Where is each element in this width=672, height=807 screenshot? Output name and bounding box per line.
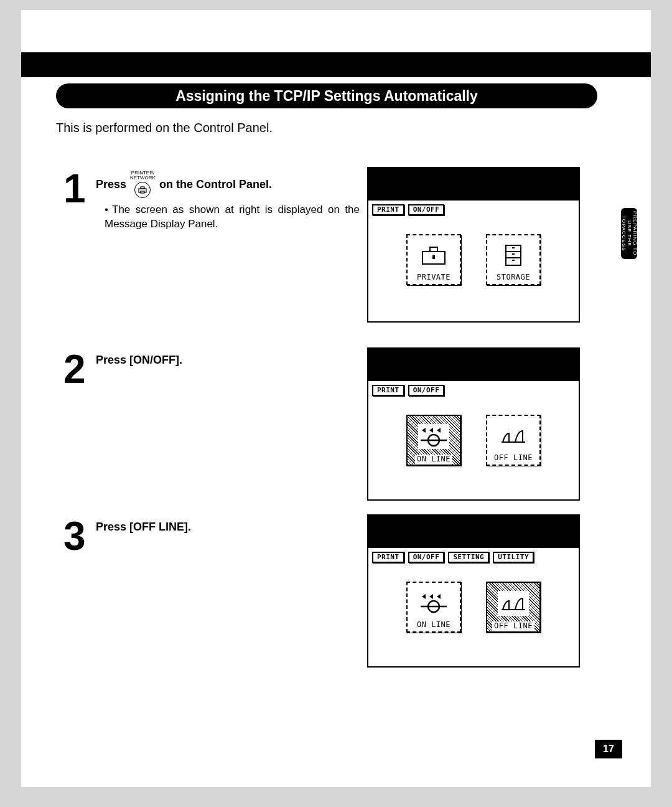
- offline-button[interactable]: OFF LINE: [486, 582, 541, 633]
- storage-label: STORAGE: [497, 273, 530, 284]
- offline-icon: [498, 418, 529, 453]
- panel-2-icons: ON LINE OFF LINE: [368, 415, 579, 466]
- step-1-body: •The screen as shown at right is display…: [105, 203, 360, 232]
- step-2-title: Press [ON/OFF].: [96, 354, 182, 367]
- offline-icon: [498, 585, 529, 621]
- svg-marker-21: [437, 594, 441, 599]
- panel-2-topbar: [368, 349, 579, 381]
- private-label: PRIVATE: [417, 273, 450, 284]
- offline-button[interactable]: OFF LINE: [486, 415, 541, 466]
- section-title-pill: Assigning the TCP/IP Settings Automatica…: [56, 83, 597, 108]
- step-number-3: 3: [63, 513, 86, 559]
- side-tab-label: PREPARING TO USE THE TOPACCESS: [621, 208, 637, 259]
- tab-onoff[interactable]: ON/OFF: [408, 385, 445, 396]
- svg-marker-19: [422, 594, 426, 599]
- panel-1-topbar: [368, 168, 579, 201]
- panel-1-icons: PRIVATE STORAGE: [368, 234, 579, 285]
- printer-network-button: PRINTER/ NETWORK: [130, 171, 156, 198]
- storage-icon: [501, 238, 526, 273]
- panel-3-topbar: [368, 516, 579, 548]
- online-button[interactable]: ON LINE: [406, 582, 461, 633]
- online-label: ON LINE: [417, 620, 450, 631]
- private-button[interactable]: PRIVATE: [406, 234, 461, 285]
- printer-icon: [134, 182, 151, 198]
- tab-print[interactable]: PRINT: [372, 552, 404, 563]
- svg-marker-20: [429, 594, 433, 599]
- page-number: 17: [595, 740, 622, 758]
- step-1-press-word: Press: [96, 178, 126, 191]
- online-icon: [418, 585, 449, 620]
- online-button[interactable]: ON LINE: [406, 415, 461, 466]
- panel-3-icons: ON LINE OFF LINE: [368, 582, 579, 633]
- briefcase-icon: [420, 238, 447, 273]
- step-1-title: Press PRINTER/ NETWORK on the Control Pa…: [96, 171, 363, 198]
- svg-rect-4: [430, 247, 437, 252]
- step-1-body-text: The screen as shown at right is displaye…: [105, 204, 360, 230]
- step-3-title: Press [OFF LINE].: [96, 521, 191, 534]
- step-number-2: 2: [63, 346, 86, 392]
- svg-rect-5: [432, 255, 435, 259]
- tab-onoff[interactable]: ON/OFF: [408, 552, 445, 563]
- header-band: [21, 52, 651, 77]
- online-label: ON LINE: [415, 455, 452, 465]
- display-panel-1: PRINT ON/OFF PRIVATE: [367, 167, 580, 323]
- offline-label: OFF LINE: [494, 453, 533, 465]
- page: Assigning the TCP/IP Settings Automatica…: [21, 10, 651, 787]
- svg-rect-2: [141, 191, 144, 193]
- panel-2-tabs: PRINT ON/OFF: [372, 385, 444, 396]
- offline-label: OFF LINE: [492, 621, 534, 631]
- tab-utility[interactable]: UTILITY: [493, 552, 534, 563]
- tab-setting[interactable]: SETTING: [448, 552, 489, 563]
- printer-network-label: PRINTER/ NETWORK: [130, 171, 156, 181]
- panel-1-tabs: PRINT ON/OFF: [372, 204, 444, 215]
- tab-print[interactable]: PRINT: [372, 385, 404, 396]
- panel-3-tabs: PRINT ON/OFF SETTING UTILITY: [372, 552, 534, 563]
- online-icon: [418, 418, 449, 455]
- tab-print[interactable]: PRINT: [372, 204, 404, 215]
- display-panel-2: PRINT ON/OFF ON LINE: [367, 347, 580, 501]
- tab-onoff[interactable]: ON/OFF: [408, 204, 445, 215]
- storage-button[interactable]: STORAGE: [486, 234, 541, 285]
- intro-text: This is performed on the Control Panel.: [56, 121, 273, 135]
- display-panel-3: PRINT ON/OFF SETTING UTILITY ON LINE: [367, 514, 580, 668]
- step-1-title-rest: on the Control Panel.: [159, 178, 272, 191]
- svg-rect-24: [498, 591, 529, 616]
- step-number-1: 1: [63, 166, 86, 212]
- svg-rect-1: [141, 187, 144, 189]
